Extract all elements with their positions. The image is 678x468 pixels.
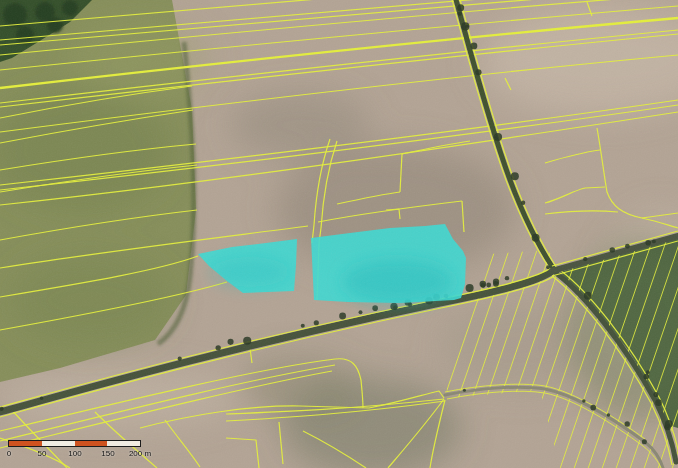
scale-bar-segment [75,441,108,446]
scale-label-100: 100 [68,449,81,459]
scale-label-150: 150 [101,449,114,459]
scale-bar-segment [9,441,42,446]
map-viewport[interactable]: 0 50 100 150 200 m [0,0,678,468]
scale-label-0: 0 [7,449,11,459]
scale-bar-labels: 0 50 100 150 200 m [0,449,200,461]
scale-label-200m: 200 m [129,449,151,459]
scale-bar-segment [42,441,75,446]
scale-bar-segment [107,441,140,446]
photo-grain [0,0,678,468]
scale-label-50: 50 [38,449,47,459]
scale-bar [8,440,141,447]
map-canvas[interactable] [0,0,678,468]
